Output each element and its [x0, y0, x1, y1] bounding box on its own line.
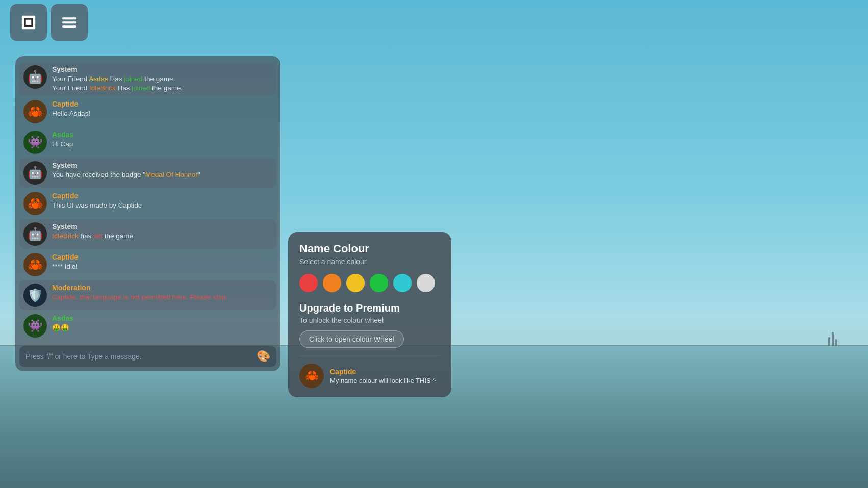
avatar: 🤖 — [23, 222, 47, 246]
preview-row: 🦀 Captide My name colour will look like … — [299, 356, 440, 388]
svg-rect-4 — [62, 21, 76, 23]
premium-section: Upgrade to Premium To unlock the colour … — [299, 302, 440, 348]
chat-sender: Asdas — [52, 314, 272, 322]
chat-message-text: Hello Asdas! — [52, 109, 272, 118]
highlight: IdleBrick — [52, 232, 79, 240]
chat-sender: System — [52, 65, 272, 73]
avatar: 🦀 — [23, 253, 47, 276]
chat-panel: 🤖 System Your Friend Asdas Has joined th… — [15, 56, 280, 371]
premium-desc: To unlock the colour wheel — [299, 316, 440, 324]
colour-swatch-white[interactable] — [417, 274, 435, 292]
horizon-marks — [828, 332, 837, 346]
name-colour-panel: Name Colour Select a name colour Upgrade… — [288, 232, 451, 397]
chat-sender: System — [52, 161, 272, 169]
chat-row: 👾 Asdas Hi Cap — [19, 127, 276, 157]
colour-swatch-red[interactable] — [299, 274, 318, 292]
panel-subtitle: Select a name colour — [299, 258, 440, 266]
chat-input[interactable] — [25, 352, 252, 361]
chat-row: 🦀 Captide Hello Asdas! — [19, 97, 276, 126]
highlight: left — [93, 232, 103, 240]
chat-message-text: Captide, that language is not permitted … — [52, 293, 272, 302]
avatar: 🛡️ — [23, 284, 47, 307]
colour-wheel-button[interactable]: Click to open colour Wheel — [299, 330, 404, 348]
svg-rect-2 — [26, 20, 32, 25]
chat-message-text: You have received the badge "Medal Of Ho… — [52, 170, 272, 179]
roblox-logo-svg — [17, 11, 40, 34]
colour-swatch-orange[interactable] — [323, 274, 341, 292]
svg-rect-5 — [62, 25, 76, 28]
avatar: 🤖 — [23, 161, 47, 185]
highlight: IdleBrick — [89, 84, 116, 92]
highlight: Asdas — [89, 75, 108, 83]
chat-sender: Asdas — [52, 131, 272, 139]
highlight: joined — [132, 84, 150, 92]
avatar: 👾 — [23, 314, 47, 338]
preview-avatar: 🦀 — [299, 364, 324, 388]
colour-swatch-yellow[interactable] — [346, 274, 365, 292]
chat-sender: Captide — [52, 253, 272, 261]
emoji-picker-button[interactable]: 🎨 — [257, 350, 270, 363]
menu-app-icon[interactable] — [51, 4, 88, 41]
chat-message-text: 🤑🤑 — [52, 323, 272, 332]
roblox-app-icon[interactable] — [10, 4, 47, 41]
chat-message-text: Hi Cap — [52, 140, 272, 149]
chat-sender: System — [52, 222, 272, 230]
top-icons-bar — [10, 4, 88, 41]
chat-row: 🦀 Captide This UI was made by Captide — [19, 189, 276, 218]
colour-swatch-cyan[interactable] — [393, 274, 412, 292]
chat-sender: Captide — [52, 192, 272, 200]
highlight: Captide, that language is not permitted … — [52, 293, 227, 301]
chat-row: 👾 Asdas 🤑🤑 — [19, 311, 276, 341]
svg-rect-3 — [62, 17, 76, 19]
preview-name: Captide — [330, 368, 436, 376]
chat-row: 🦀 Captide **** Idle! — [19, 250, 276, 279]
avatar: 🦀 — [23, 192, 47, 215]
highlight: joined — [124, 75, 142, 83]
avatar: 👾 — [23, 131, 47, 154]
chat-input-row[interactable]: 🎨 — [19, 346, 276, 367]
avatar: 🤖 — [23, 65, 47, 89]
colour-swatches — [299, 274, 440, 292]
chat-row: 🛡️ Moderation Captide, that language is … — [19, 280, 276, 310]
chat-row: 🤖 System IdleBrick has left the game. — [19, 219, 276, 249]
chat-sender: Moderation — [52, 284, 272, 292]
chat-message-text: **** Idle! — [52, 262, 272, 271]
panel-title: Name Colour — [299, 242, 440, 255]
chat-sender: Captide — [52, 100, 272, 108]
chat-message-text: Your Friend Asdas Has joined the game. Y… — [52, 74, 272, 93]
premium-title: Upgrade to Premium — [299, 302, 440, 314]
menu-icon-svg — [58, 11, 81, 34]
avatar: 🦀 — [23, 100, 47, 123]
chat-message-text: This UI was made by Captide — [52, 201, 272, 210]
chat-message-text: IdleBrick has left the game. — [52, 232, 272, 241]
highlight: Medal Of Honnor — [145, 171, 198, 178]
preview-text: My name colour will look like THIS ^ — [330, 377, 436, 384]
chat-row: 🤖 System You have received the badge "Me… — [19, 158, 276, 188]
colour-swatch-green[interactable] — [370, 274, 388, 292]
chat-row: 🤖 System Your Friend Asdas Has joined th… — [19, 62, 276, 96]
chat-messages: 🤖 System Your Friend Asdas Has joined th… — [19, 62, 276, 341]
